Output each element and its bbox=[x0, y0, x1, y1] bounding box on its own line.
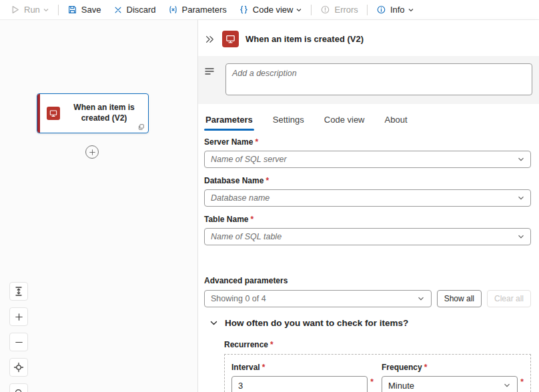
show-all-button[interactable]: Show all bbox=[437, 290, 482, 307]
code-braces-icon bbox=[239, 5, 249, 15]
trigger-settings-panel: When an item is created (V2) Parameters … bbox=[197, 20, 539, 392]
run-button[interactable]: Run bbox=[4, 1, 55, 19]
clear-all-button[interactable]: Clear all bbox=[487, 290, 531, 307]
code-view-button[interactable]: Code view bbox=[233, 1, 309, 19]
advanced-parameters-label: Advanced parameters bbox=[204, 276, 288, 286]
save-label: Save bbox=[81, 5, 101, 15]
database-name-field: Database Name * bbox=[204, 176, 531, 207]
canvas-controls bbox=[9, 282, 28, 392]
chevron-down-icon bbox=[408, 7, 414, 13]
add-action-button[interactable] bbox=[85, 145, 99, 159]
server-name-input[interactable] bbox=[204, 151, 531, 168]
advanced-parameters-dropdown[interactable]: Showing 0 of 4 bbox=[204, 290, 432, 307]
toolbar-divider bbox=[58, 5, 59, 15]
required-marker: * bbox=[370, 377, 374, 387]
chevron-down-icon bbox=[296, 7, 302, 13]
run-label: Run bbox=[24, 5, 40, 15]
parameters-label: Parameters bbox=[182, 5, 227, 15]
table-name-input[interactable] bbox=[204, 228, 531, 245]
database-name-input[interactable] bbox=[204, 189, 531, 207]
search-canvas-button[interactable] bbox=[9, 383, 28, 392]
chevron-down-icon bbox=[503, 381, 511, 389]
errors-button[interactable]: Errors bbox=[314, 1, 364, 19]
recurrence-section-title: How often do you want to check for items… bbox=[225, 318, 408, 328]
error-circle-icon bbox=[320, 5, 330, 15]
dismiss-icon bbox=[113, 5, 123, 15]
frequency-label: Frequency bbox=[382, 363, 422, 373]
info-button[interactable]: Info bbox=[370, 1, 420, 19]
required-marker: * bbox=[265, 176, 269, 186]
required-marker: * bbox=[262, 363, 265, 373]
advanced-parameters-value: Showing 0 of 4 bbox=[211, 294, 266, 303]
zoom-in-button[interactable] bbox=[9, 307, 28, 326]
interval-column: Interval * * bbox=[231, 363, 374, 392]
advanced-parameters: Advanced parameters Showing 0 of 4 Show … bbox=[204, 276, 531, 307]
required-marker: * bbox=[250, 215, 253, 225]
field-label: Server Name bbox=[204, 137, 253, 147]
required-marker: * bbox=[520, 377, 524, 387]
command-bar: Run Save Discard Parameters bbox=[0, 0, 539, 20]
tab-parameters[interactable]: Parameters bbox=[204, 110, 254, 131]
parameters-form: Server Name * Database Name * bbox=[198, 131, 539, 392]
node-title: When an item is created (V2) bbox=[65, 103, 143, 123]
trigger-node-card[interactable]: When an item is created (V2) bbox=[37, 93, 149, 133]
interval-input[interactable] bbox=[231, 376, 368, 392]
recurrence-editor: Interval * * bbox=[224, 354, 531, 392]
parameters-button[interactable]: Parameters bbox=[162, 1, 233, 19]
focus-pan-button[interactable] bbox=[9, 358, 28, 377]
collapse-panel-button[interactable] bbox=[203, 33, 215, 45]
tab-code-view[interactable]: Code view bbox=[323, 110, 366, 131]
frequency-dropdown[interactable]: Minute bbox=[382, 376, 518, 392]
panel-title: When an item is created (V2) bbox=[245, 34, 364, 44]
recurrence-section-toggle[interactable]: How often do you want to check for items… bbox=[204, 318, 531, 328]
notes-icon bbox=[204, 66, 215, 77]
errors-label: Errors bbox=[334, 5, 358, 15]
server-name-field: Server Name * bbox=[204, 137, 531, 168]
flow-canvas[interactable]: When an item is created (V2) bbox=[0, 20, 197, 392]
interval-label: Interval bbox=[231, 363, 260, 373]
discard-label: Discard bbox=[127, 5, 156, 15]
recurrence-section-body: Recurrence * Interval * bbox=[204, 340, 531, 392]
tab-about[interactable]: About bbox=[384, 110, 409, 131]
info-icon bbox=[376, 5, 386, 15]
sql-connector-icon bbox=[222, 31, 239, 47]
save-icon bbox=[67, 5, 77, 15]
toolbar-divider bbox=[367, 5, 368, 15]
table-name-field: Table Name * bbox=[204, 215, 531, 245]
fit-view-button[interactable] bbox=[9, 282, 28, 301]
chevron-down-icon bbox=[209, 319, 218, 327]
copy-icon[interactable] bbox=[137, 123, 145, 131]
play-icon bbox=[10, 5, 20, 15]
frequency-column: Frequency * Minute bbox=[382, 363, 524, 392]
recurrence-label: Recurrence bbox=[224, 340, 268, 350]
save-button[interactable]: Save bbox=[61, 1, 107, 19]
chevron-down-icon bbox=[417, 295, 425, 303]
required-marker: * bbox=[255, 137, 258, 147]
tab-settings[interactable]: Settings bbox=[272, 110, 306, 131]
info-label: Info bbox=[390, 5, 405, 15]
frequency-value: Minute bbox=[388, 381, 414, 391]
required-marker: * bbox=[424, 363, 428, 373]
sql-connector-icon bbox=[47, 107, 60, 120]
description-area bbox=[198, 56, 539, 104]
parameters-icon bbox=[168, 5, 178, 15]
panel-tabs: Parameters Settings Code view About bbox=[198, 104, 539, 131]
toolbar-divider bbox=[311, 5, 312, 15]
field-label: Table Name bbox=[204, 215, 248, 225]
description-input[interactable] bbox=[225, 63, 532, 95]
chevron-down-icon bbox=[43, 7, 49, 13]
field-label: Database Name bbox=[204, 176, 263, 186]
required-marker: * bbox=[270, 340, 274, 350]
zoom-out-button[interactable] bbox=[9, 333, 28, 351]
power-automate-designer: Run Save Discard Parameters bbox=[0, 0, 539, 392]
code-view-label: Code view bbox=[253, 5, 294, 15]
discard-button[interactable]: Discard bbox=[107, 1, 162, 19]
panel-header: When an item is created (V2) bbox=[198, 20, 539, 56]
